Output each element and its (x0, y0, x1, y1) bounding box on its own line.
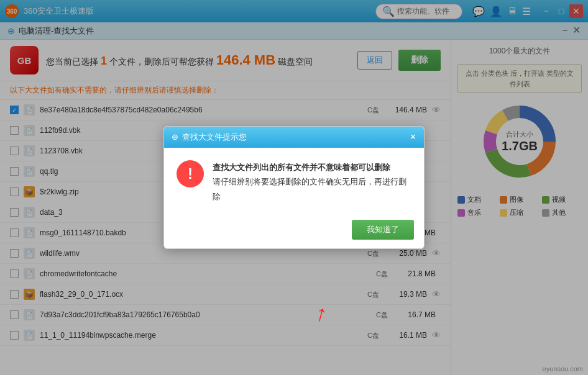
confirm-button[interactable]: 我知道了 (352, 220, 414, 240)
modal-dialog: ⊕ 查找大文件提示您 ✕ ! 查找大文件列出的所有文件并不意味着都可以删除 请仔… (163, 126, 425, 249)
modal-line1: 查找大文件列出的所有文件并不意味着都可以删除 (213, 160, 411, 174)
modal-line2: 请仔细辨别将要选择删除的文件确实无用后，再进行删除 (213, 174, 411, 204)
modal-overlay: ⊕ 查找大文件提示您 ✕ ! 查找大文件列出的所有文件并不意味着都可以删除 请仔… (0, 0, 588, 375)
modal-close-button[interactable]: ✕ (410, 132, 416, 142)
modal-footer: 我知道了 (164, 214, 424, 248)
modal-title: 查找大文件提示您 (182, 132, 247, 143)
modal-text: 查找大文件列出的所有文件并不意味着都可以删除 请仔细辨别将要选择删除的文件确实无… (213, 160, 411, 204)
modal-error-icon: ! (177, 160, 204, 188)
modal-title-bar: ⊕ 查找大文件提示您 ✕ (164, 127, 424, 148)
modal-title-icon: ⊕ (172, 132, 178, 142)
modal-body: ! 查找大文件列出的所有文件并不意味着都可以删除 请仔细辨别将要选择删除的文件确… (164, 148, 424, 214)
